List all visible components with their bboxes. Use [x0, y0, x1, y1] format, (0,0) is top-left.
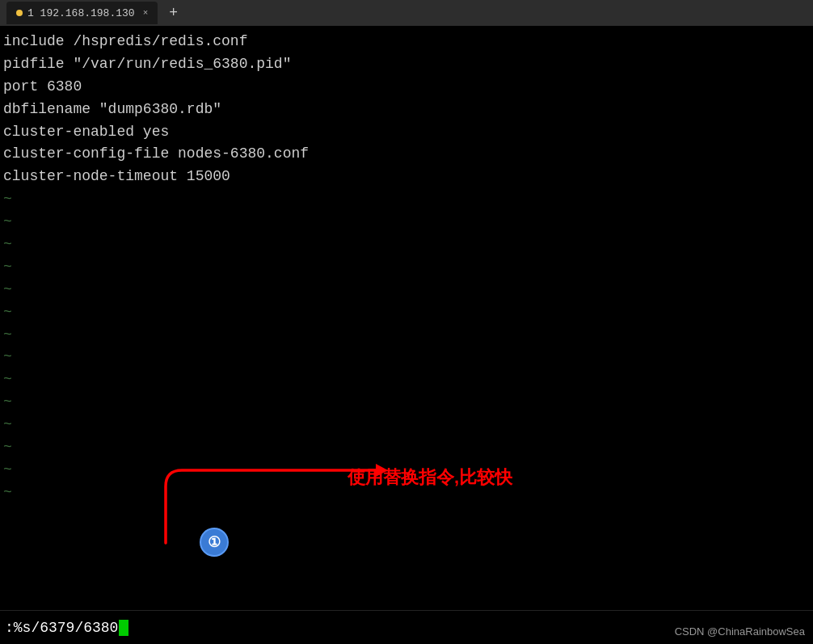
code-line: cluster-config-file nodes-6380.conf [3, 143, 813, 166]
tilde-line: ~ [3, 391, 813, 414]
tilde-line: ~ [3, 482, 813, 504]
tilde-line: ~ [3, 368, 813, 391]
statusbar: :%s/6379/6380 CSDN @ChinaRainbowSea [0, 610, 813, 644]
tilde-line: ~ [3, 346, 813, 368]
tilde-line: ~ [3, 436, 813, 459]
titlebar: 1 192.168.198.130 × + [0, 0, 813, 26]
code-line: pidfile "/var/run/redis_6380.pid" [3, 53, 813, 76]
tilde-lines: ~~~~~~~~~~~~~~ [3, 188, 813, 503]
tilde-line: ~ [3, 188, 813, 211]
code-line: cluster-node-timeout 15000 [3, 166, 813, 188]
tilde-line: ~ [3, 301, 813, 324]
tilde-line: ~ [3, 211, 813, 234]
new-tab-button[interactable]: + [164, 5, 183, 21]
command-line: :%s/6379/6380 [5, 620, 128, 636]
tilde-line: ~ [3, 279, 813, 301]
code-line: include /hspredis/redis.conf [3, 31, 813, 53]
tilde-line: ~ [3, 414, 813, 436]
tilde-line: ~ [3, 234, 813, 256]
tilde-line: ~ [3, 324, 813, 347]
tilde-line: ~ [3, 459, 813, 482]
code-line: cluster-enabled yes [3, 121, 813, 144]
command-text: :%s/6379/6380 [5, 620, 118, 636]
tab-dot [16, 10, 23, 16]
tilde-line: ~ [3, 256, 813, 279]
close-icon[interactable]: × [143, 8, 149, 18]
code-lines: include /hspredis/redis.confpidfile "/va… [3, 31, 813, 188]
cursor [119, 620, 128, 636]
code-line: dbfilename "dump6380.rdb" [3, 99, 813, 121]
watermark: CSDN @ChinaRainbowSea [675, 625, 805, 638]
code-line: port 6380 [3, 76, 813, 99]
tab-label: 1 192.168.198.130 [27, 7, 135, 19]
terminal-content: include /hspredis/redis.confpidfile "/va… [0, 26, 813, 610]
terminal-tab[interactable]: 1 192.168.198.130 × [6, 2, 158, 24]
